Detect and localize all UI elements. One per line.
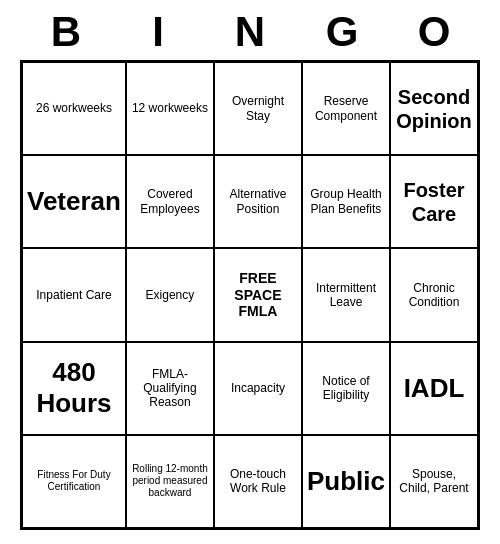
bingo-cell-r4-c1: Rolling 12-month period measured backwar… bbox=[126, 435, 214, 528]
bingo-letter-n: N bbox=[210, 8, 290, 56]
bingo-cell-r2-c2: FREE SPACE FMLA bbox=[214, 248, 302, 341]
bingo-cell-r3-c4: IADL bbox=[390, 342, 478, 435]
bingo-cell-r2-c3: Intermittent Leave bbox=[302, 248, 390, 341]
bingo-cell-r4-c4: Spouse, Child, Parent bbox=[390, 435, 478, 528]
bingo-cell-r3-c3: Notice of Eligibility bbox=[302, 342, 390, 435]
bingo-letter-o: O bbox=[394, 8, 474, 56]
bingo-header: BINGO bbox=[20, 0, 480, 60]
bingo-cell-r3-c0: 480 Hours bbox=[22, 342, 126, 435]
bingo-cell-r2-c1: Exigency bbox=[126, 248, 214, 341]
bingo-cell-r3-c2: Incapacity bbox=[214, 342, 302, 435]
bingo-cell-r0-c3: Reserve Component bbox=[302, 62, 390, 155]
bingo-cell-r2-c0: Inpatient Care bbox=[22, 248, 126, 341]
bingo-letter-b: B bbox=[26, 8, 106, 56]
bingo-cell-r3-c1: FMLA-Qualifying Reason bbox=[126, 342, 214, 435]
bingo-cell-r0-c1: 12 workweeks bbox=[126, 62, 214, 155]
bingo-cell-r2-c4: Chronic Condition bbox=[390, 248, 478, 341]
bingo-cell-r1-c3: Group Health Plan Benefits bbox=[302, 155, 390, 248]
bingo-cell-r1-c4: Foster Care bbox=[390, 155, 478, 248]
bingo-cell-r1-c1: Covered Employees bbox=[126, 155, 214, 248]
bingo-letter-g: G bbox=[302, 8, 382, 56]
bingo-letter-i: I bbox=[118, 8, 198, 56]
bingo-cell-r4-c3: Public bbox=[302, 435, 390, 528]
bingo-cell-r0-c0: 26 workweeks bbox=[22, 62, 126, 155]
bingo-cell-r0-c4: Second Opinion bbox=[390, 62, 478, 155]
bingo-cell-r4-c2: One-touch Work Rule bbox=[214, 435, 302, 528]
bingo-cell-r1-c2: Alternative Position bbox=[214, 155, 302, 248]
bingo-cell-r1-c0: Veteran bbox=[22, 155, 126, 248]
bingo-cell-r0-c2: Overnight Stay bbox=[214, 62, 302, 155]
bingo-cell-r4-c0: Fitness For Duty Certification bbox=[22, 435, 126, 528]
bingo-grid: 26 workweeks12 workweeksOvernight StayRe… bbox=[20, 60, 480, 530]
